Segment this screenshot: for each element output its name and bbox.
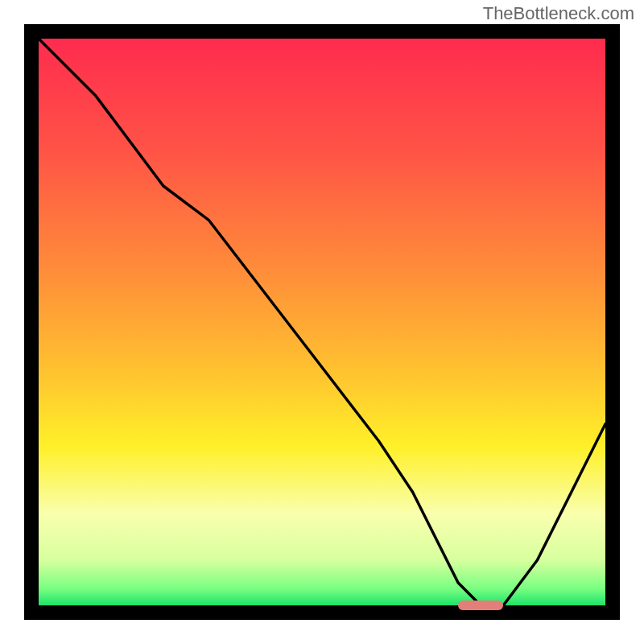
optimal-marker — [458, 601, 503, 610]
watermark-text: TheBottleneck.com — [483, 3, 634, 24]
chart-container: TheBottleneck.com — [0, 0, 644, 644]
bottleneck-curve — [39, 39, 605, 605]
plot-frame — [24, 24, 620, 620]
